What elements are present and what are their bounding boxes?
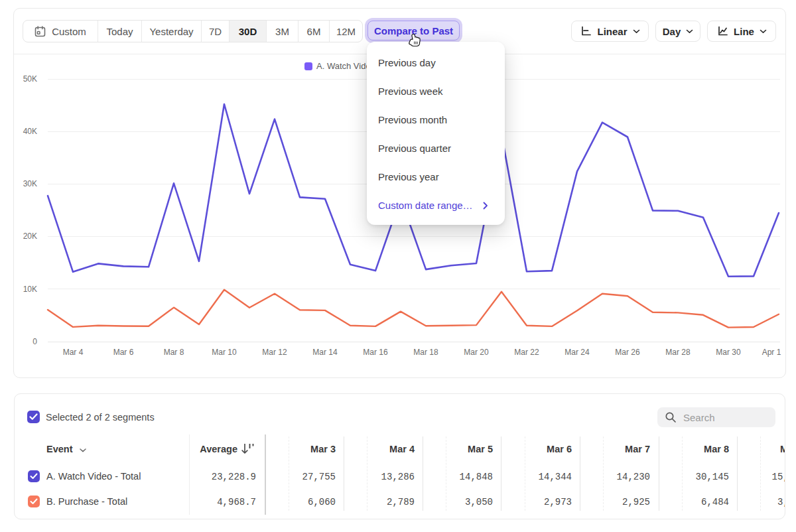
svg-text:50K: 50K (23, 74, 37, 84)
svg-text:Mar 12: Mar 12 (262, 348, 287, 357)
svg-text:Mar 18: Mar 18 (413, 348, 438, 357)
svg-text:Mar 16: Mar 16 (363, 348, 388, 357)
svg-text:20K: 20K (23, 232, 37, 241)
svg-text:Mar 4: Mar 4 (63, 348, 84, 357)
svg-text:Mar 10: Mar 10 (212, 348, 237, 357)
svg-text:Mar 8: Mar 8 (164, 348, 184, 357)
svg-text:Mar 20: Mar 20 (464, 348, 489, 357)
svg-text:Mar 30: Mar 30 (716, 348, 741, 357)
svg-text:0: 0 (33, 337, 37, 346)
svg-text:30K: 30K (23, 179, 37, 188)
svg-text:Apr 1: Apr 1 (762, 348, 781, 357)
svg-text:40K: 40K (23, 127, 37, 136)
svg-text:Mar 28: Mar 28 (665, 348, 691, 357)
svg-text:Mar 22: Mar 22 (514, 348, 539, 357)
svg-text:Mar 14: Mar 14 (312, 348, 338, 357)
svg-text:Mar 24: Mar 24 (564, 348, 590, 357)
svg-text:Mar 26: Mar 26 (615, 348, 640, 357)
svg-text:10K: 10K (23, 285, 37, 294)
svg-text:Mar 6: Mar 6 (113, 348, 134, 357)
